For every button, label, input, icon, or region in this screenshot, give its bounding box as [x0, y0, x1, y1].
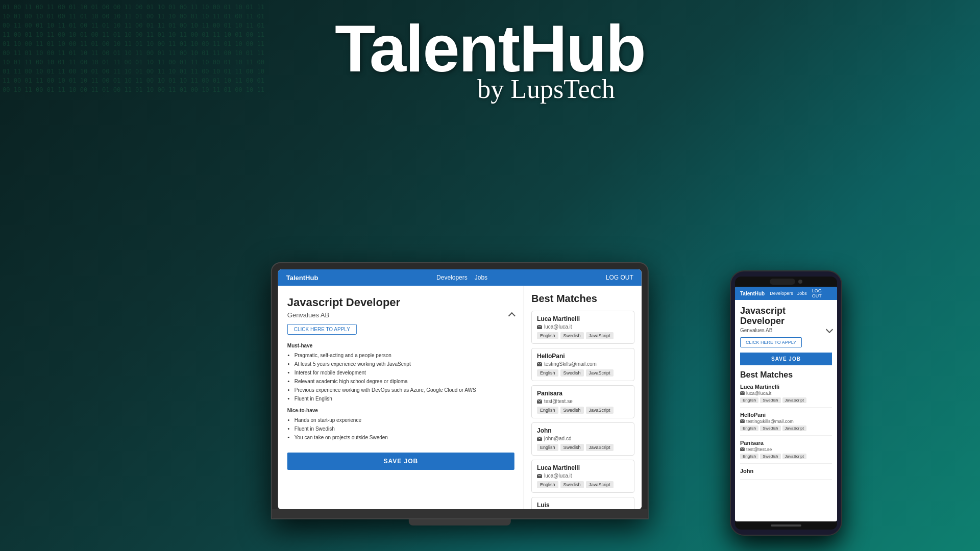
list-item: Relevant academic high school degree or … [295, 378, 514, 385]
laptop-save-job-button[interactable]: SAVE JOB [287, 453, 514, 470]
phone-tag: Swedish [760, 425, 780, 431]
laptop-nav-jobs[interactable]: Jobs [475, 274, 487, 281]
match-name: Panisara [537, 390, 629, 397]
phone-match-name: Panisara [740, 440, 832, 446]
laptop-job-title: Javascript Developer [287, 296, 514, 309]
tag: English [537, 332, 558, 339]
email-icon [740, 419, 745, 423]
match-name: Luis [537, 502, 629, 509]
phone-match-card-0: Luca Martinelli luca@luca.it English Swe… [740, 384, 832, 408]
laptop-nav-links: Developers Jobs [328, 274, 595, 281]
phone-match-tags: English Swedish JavaScript [740, 454, 832, 459]
tag: English [537, 369, 558, 377]
email-icon [740, 391, 745, 395]
phone-frame: TalentHub Developers Jobs LOG OUT Javasc… [730, 270, 842, 536]
match-card-1: HelloPani testingSkills@mail.com English… [531, 348, 634, 381]
phone-apply-button[interactable]: CLICK HERE TO APPLY [740, 337, 802, 347]
phone-nav-jobs[interactable]: Jobs [797, 291, 807, 296]
laptop-nav-developers[interactable]: Developers [436, 274, 468, 281]
tag: Swedish [560, 332, 583, 339]
match-card-5: Luis [531, 497, 634, 509]
list-item: You can take on projects outside Sweden [295, 434, 514, 441]
laptop-navbar: TalentHub Developers Jobs LOG OUT [278, 269, 642, 286]
phone-tag: Swedish [760, 397, 780, 403]
phone-home-bar [735, 521, 837, 530]
phone-nav-brand: TalentHub [740, 291, 765, 296]
tag: Swedish [560, 407, 583, 414]
phone-save-job-button[interactable]: SAVE JOB [740, 353, 832, 365]
laptop-matches-panel: Best Matches Luca Martinelli luca@luca.i… [524, 286, 642, 509]
phone-device: TalentHub Developers Jobs LOG OUT Javasc… [730, 270, 842, 536]
laptop-screen: TalentHub Developers Jobs LOG OUT Javasc… [278, 269, 642, 509]
collapse-icon[interactable] [508, 312, 516, 319]
app-title: TalentHub [335, 15, 645, 82]
laptop-nav-logout[interactable]: LOG OUT [606, 274, 633, 281]
title-area: TalentHub by LupsTech [335, 15, 645, 104]
laptop-job-description: Must-have Pragmatic, self-acting and a p… [287, 342, 514, 441]
match-name: John [537, 427, 629, 434]
list-item: Interest for mobile development [295, 369, 514, 377]
laptop-app-content: Javascript Developer Genvalues AB CLICK … [278, 286, 642, 509]
email-icon [537, 474, 542, 478]
phone-home-indicator [771, 524, 801, 527]
must-have-list: Pragmatic, self-acting and a people pers… [295, 352, 514, 403]
phone-job-company: Genvalues AB [740, 328, 832, 333]
phone-match-email: test@test.se [740, 447, 832, 452]
match-email: luca@luca.it [537, 324, 629, 330]
phone-camera [798, 280, 802, 284]
laptop-stand [409, 519, 511, 525]
match-email: john@ad.cd [537, 436, 629, 441]
list-item: Fluent in English [295, 395, 514, 403]
email-icon [537, 437, 542, 441]
laptop-nav-brand: TalentHub [286, 274, 318, 282]
phone-match-name: HelloPani [740, 412, 832, 418]
phone-match-name: John [740, 468, 832, 474]
phone-tag: English [740, 425, 758, 431]
match-name: Luca Martinelli [537, 315, 629, 322]
match-name: HelloPani [537, 353, 629, 360]
phone-tag: English [740, 454, 758, 459]
list-item: At least 5 years experience working with… [295, 360, 514, 368]
match-card-2: Panisara test@test.se English Swedish Ja… [531, 385, 634, 418]
phone-nav-developers[interactable]: Developers [770, 291, 793, 296]
phone-match-card-1: HelloPani testingSkills@mail.com English… [740, 412, 832, 436]
phone-match-tags: English Swedish JavaScript [740, 425, 832, 431]
phone-screen: TalentHub Developers Jobs LOG OUT Javasc… [735, 287, 837, 521]
email-icon [537, 325, 542, 329]
phone-navbar: TalentHub Developers Jobs LOG OUT [735, 287, 837, 300]
phone-nav-logout[interactable]: LOG OUT [812, 288, 832, 298]
match-card-4: Luca Martinelli luca@luca.it English Swe… [531, 460, 634, 493]
match-email: luca@luca.it [537, 473, 629, 479]
tag: Swedish [560, 369, 583, 377]
laptop-apply-button[interactable]: CLICK HERE TO APPLY [287, 324, 357, 335]
email-icon [740, 447, 745, 451]
match-name: Luca Martinelli [537, 464, 629, 471]
tag: Swedish [560, 481, 583, 488]
laptop-job-company: Genvalues AB [287, 311, 514, 319]
match-tags: English Swedish JavaScript [537, 444, 629, 451]
tag: Swedish [560, 444, 583, 451]
phone-match-name: Luca Martinelli [740, 384, 832, 390]
tag: English [537, 481, 558, 488]
list-item: Fluent in Swedish [295, 425, 514, 433]
tag: English [537, 444, 558, 451]
nice-to-have-heading: Nice-to-have [287, 407, 514, 414]
email-icon [537, 362, 542, 366]
laptop-matches-title: Best Matches [531, 293, 634, 305]
tag: JavaScript [585, 481, 613, 488]
tag: JavaScript [585, 407, 613, 414]
match-email: testingSkills@mail.com [537, 361, 629, 367]
match-tags: English Swedish JavaScript [537, 332, 629, 339]
phone-tag: JavaScript [782, 397, 806, 403]
phone-match-tags: English Swedish JavaScript [740, 397, 832, 403]
laptop-base [272, 509, 648, 518]
expand-icon[interactable] [826, 326, 833, 333]
phone-notch-bar [735, 277, 837, 287]
match-tags: English Swedish JavaScript [537, 407, 629, 414]
match-tags: English Swedish JavaScript [537, 369, 629, 377]
tag: JavaScript [585, 332, 613, 339]
nice-to-have-list: Hands on start-up experience Fluent in S… [295, 416, 514, 441]
list-item: Pragmatic, self-acting and a people pers… [295, 352, 514, 359]
list-item: Previous experience working with DevOps … [295, 386, 514, 394]
match-tags: English Swedish JavaScript [537, 481, 629, 488]
